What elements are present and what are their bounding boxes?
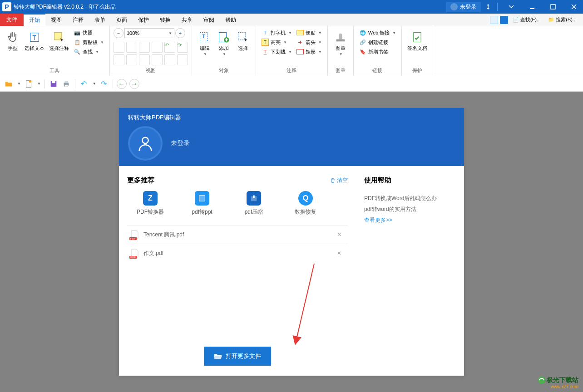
chevron-down-icon[interactable]: ▼ bbox=[17, 82, 21, 86]
help-more-link[interactable]: 查看更多>> bbox=[364, 215, 456, 225]
find-button[interactable]: 📄查找(F)... bbox=[510, 15, 543, 24]
weblink-button[interactable]: 🌐Web 链接▼ bbox=[357, 28, 398, 37]
view-mode-1-button[interactable] bbox=[114, 42, 124, 53]
chevron-down-icon[interactable]: ▼ bbox=[37, 82, 41, 86]
tab-view[interactable]: 视图 bbox=[45, 14, 67, 26]
select-text-button[interactable]: T选择文本 bbox=[23, 28, 46, 53]
svg-rect-15 bbox=[52, 81, 55, 83]
add-button[interactable]: 添加▼ bbox=[215, 28, 233, 59]
ppt-icon bbox=[195, 191, 209, 206]
arrow-icon: ➔ bbox=[296, 39, 304, 46]
avatar-icon[interactable] bbox=[128, 126, 163, 161]
tab-share[interactable]: 共享 bbox=[176, 14, 198, 26]
edit-button[interactable]: T编辑▼ bbox=[196, 28, 214, 59]
help-link[interactable]: pdf转word的实用方法 bbox=[364, 204, 456, 215]
login-label[interactable]: 未登录 bbox=[171, 139, 190, 147]
save-button[interactable] bbox=[49, 79, 59, 89]
chevron-down-icon[interactable]: ▼ bbox=[93, 82, 96, 86]
help-link[interactable]: PDF转换成Word后乱码怎么办 bbox=[364, 193, 456, 204]
svg-text:T: T bbox=[202, 34, 205, 39]
maximize-button[interactable] bbox=[544, 0, 562, 14]
underline-button[interactable]: T下划线▼ bbox=[260, 47, 294, 56]
minimize-button[interactable] bbox=[523, 0, 541, 14]
typewriter-button[interactable]: T打字机▼ bbox=[260, 28, 294, 37]
reco-pdf-compress[interactable]: pdf压缩 bbox=[235, 191, 272, 216]
zoom-out-button[interactable]: − bbox=[114, 28, 124, 38]
new-doc-button[interactable] bbox=[24, 79, 34, 89]
redo-button[interactable]: ↷ bbox=[99, 79, 109, 89]
sync-icon[interactable] bbox=[484, 2, 493, 11]
rect-button[interactable]: 矩形▼ bbox=[295, 47, 324, 56]
sign-button[interactable]: 签名文档 bbox=[405, 28, 429, 53]
nav-back-button[interactable]: ← bbox=[117, 79, 127, 89]
find-tool-button[interactable]: 🔍查找▼ bbox=[72, 47, 106, 56]
open-more-files-button[interactable]: 打开更多文件 bbox=[204, 347, 271, 366]
select-annot-button[interactable]: 选择注释 bbox=[47, 28, 71, 53]
view-mode-6-button[interactable] bbox=[126, 54, 137, 65]
dropdown-button[interactable] bbox=[502, 0, 520, 14]
view-mode-5-button[interactable] bbox=[114, 54, 124, 65]
content-area: 转转大师PDF编辑器 未登录 更多推荐 清空 ZPDF转换器 bbox=[0, 92, 583, 392]
user-login-button[interactable]: 未登录 bbox=[446, 2, 481, 12]
remove-file-button[interactable]: ✕ bbox=[334, 249, 344, 257]
hand-tool-button[interactable]: 手型 bbox=[4, 28, 22, 53]
file-menu[interactable]: 文件 bbox=[0, 14, 24, 26]
group-label-object: 对象 bbox=[196, 67, 252, 75]
tab-protect[interactable]: 保护 bbox=[133, 14, 154, 26]
close-button[interactable] bbox=[565, 0, 583, 14]
view-mode-4-button[interactable] bbox=[152, 42, 163, 53]
remove-file-button[interactable]: ✕ bbox=[334, 230, 344, 239]
zoom-in-button[interactable]: + bbox=[175, 28, 185, 38]
svg-rect-18 bbox=[64, 84, 68, 87]
rotate-left-button[interactable]: ↶ bbox=[164, 42, 175, 53]
stamp-button[interactable]: 图章▼ bbox=[331, 28, 350, 59]
open-folder-button[interactable] bbox=[4, 79, 14, 89]
tab-page[interactable]: 页面 bbox=[111, 14, 133, 26]
view-mode-8-button[interactable] bbox=[152, 54, 163, 65]
reco-pdf-to-ppt[interactable]: pdf转ppt bbox=[183, 191, 221, 216]
nav-forward-button[interactable]: → bbox=[129, 79, 139, 89]
recent-file-row[interactable]: PDF Tencent 腾讯.pdf ✕ bbox=[127, 225, 348, 244]
view-mode-2-button[interactable] bbox=[126, 42, 137, 53]
ribbon: 手型 T选择文本 选择注释 📷快照 📋剪贴板▼ 🔍查找▼ 工具 − 100%▼ … bbox=[0, 26, 583, 76]
clear-button[interactable]: 清空 bbox=[330, 176, 348, 184]
group-label-view: 视图 bbox=[114, 67, 188, 75]
view-mode-10-button[interactable] bbox=[177, 54, 188, 65]
search-button[interactable]: 📁搜索(S)... bbox=[545, 15, 579, 24]
clipboard-button[interactable]: 📋剪贴板▼ bbox=[72, 38, 106, 47]
tab-start[interactable]: 开始 bbox=[24, 14, 45, 26]
view-mode-7-button[interactable] bbox=[139, 54, 150, 65]
undo-button[interactable]: ↶ bbox=[79, 79, 89, 89]
group-label-annot: 注释 bbox=[260, 67, 324, 75]
tab-help[interactable]: 帮助 bbox=[220, 14, 242, 26]
translate-icon[interactable] bbox=[500, 16, 508, 24]
highlight-button[interactable]: T高亮▼ bbox=[260, 38, 294, 47]
bookmark-button[interactable]: 🔖新增书签 bbox=[357, 47, 398, 56]
quick-access-toolbar: ▼ ▼ ↶▼ ↷ ← → bbox=[0, 76, 583, 92]
watermark: 极光下载站 www.xz7.com bbox=[538, 376, 578, 389]
tab-annot[interactable]: 注释 bbox=[67, 14, 89, 26]
select-obj-button[interactable]: 选择 bbox=[234, 28, 252, 53]
reco-data-recover[interactable]: Q数据恢复 bbox=[287, 191, 324, 216]
reco-pdf-converter[interactable]: ZPDF转换器 bbox=[132, 191, 169, 216]
pdf-file-icon: PDF bbox=[131, 230, 139, 239]
snapshot-button[interactable]: 📷快照 bbox=[72, 28, 106, 37]
print-button[interactable] bbox=[61, 79, 71, 89]
view-mode-9-button[interactable] bbox=[164, 54, 175, 65]
fit-icon[interactable] bbox=[490, 16, 498, 24]
view-mode-3-button[interactable] bbox=[139, 42, 150, 53]
svg-point-25 bbox=[538, 377, 545, 384]
stamp-icon bbox=[333, 30, 348, 44]
note-button[interactable]: 便贴▼ bbox=[295, 28, 324, 37]
recent-file-row[interactable]: PDF 作文.pdf ✕ bbox=[127, 244, 348, 262]
rotate-right-button[interactable]: ↷ bbox=[177, 42, 188, 53]
arrow-button[interactable]: ➔箭头▼ bbox=[295, 38, 324, 47]
tab-convert[interactable]: 转换 bbox=[154, 14, 176, 26]
tab-review[interactable]: 审阅 bbox=[198, 14, 220, 26]
main-column: 更多推荐 清空 ZPDF转换器 pdf转ppt pdf压缩 Q数据恢复 PDF … bbox=[119, 166, 356, 376]
zoom-select[interactable]: 100%▼ bbox=[124, 28, 174, 38]
chevron-down-icon: ▼ bbox=[318, 40, 322, 44]
createlink-button[interactable]: 🔗创建链接 bbox=[357, 38, 398, 47]
add-icon bbox=[217, 30, 231, 44]
tab-form[interactable]: 表单 bbox=[89, 14, 111, 26]
